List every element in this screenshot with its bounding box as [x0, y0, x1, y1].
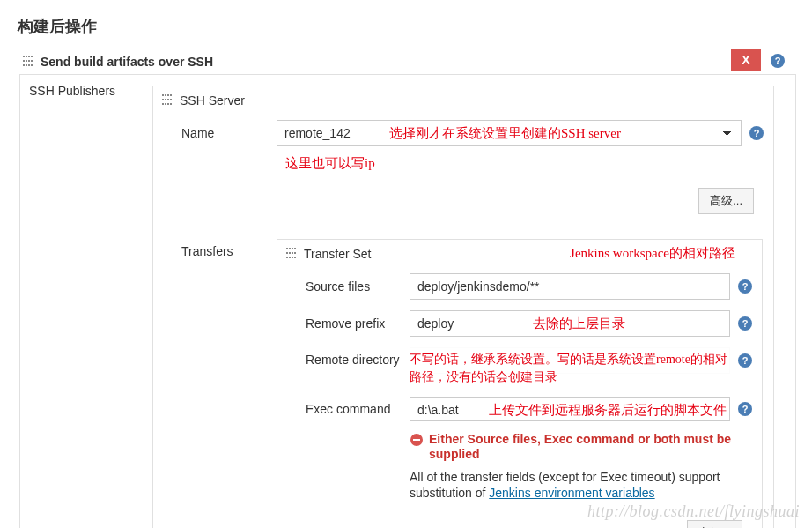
help-icon[interactable]: ? — [737, 279, 753, 294]
ssh-server-select[interactable]: remote_142 — [277, 120, 742, 146]
help-icon[interactable]: ? — [770, 53, 786, 72]
transfer-set-header: Transfer Set Jenkins workspace的相对路径 — [277, 240, 762, 268]
annotation-ip-note: 这里也可以写ip — [277, 155, 375, 172]
remove-prefix-input[interactable] — [410, 310, 730, 337]
help-icon[interactable]: ? — [749, 125, 764, 141]
svg-text:?: ? — [775, 56, 781, 66]
name-label: Name — [153, 126, 277, 140]
page-title: 构建后操作 — [0, 0, 812, 49]
advanced-button[interactable]: 高级... — [687, 520, 742, 528]
help-icon[interactable]: ? — [737, 316, 753, 331]
exec-command-label: Exec command — [277, 402, 410, 416]
watermark: http://blog.csdn.net/flyingshuai — [587, 502, 800, 521]
exec-command-input[interactable]: d:\a.bat — [410, 397, 730, 421]
remote-directory-label: Remote directory — [277, 347, 410, 367]
svg-text:?: ? — [742, 318, 749, 329]
env-vars-link[interactable]: Jenkins environment variables — [489, 486, 654, 500]
annotation-workspace-path: Jenkins workspace的相对路径 — [570, 245, 735, 262]
svg-text:?: ? — [742, 404, 749, 414]
transfers-label: Transfers — [153, 234, 277, 258]
section-header: Send build artifacts over SSH X ? — [16, 49, 796, 74]
annotation-remote-dir: 不写的话，继承系统设置。写的话是系统设置remote的相对路径，没有的话会创建目… — [410, 351, 739, 385]
ssh-publishers-label: SSH Publishers — [20, 75, 152, 103]
advanced-button[interactable]: 高级... — [698, 188, 754, 214]
help-icon[interactable]: ? — [737, 401, 753, 417]
remove-prefix-label: Remove prefix — [277, 316, 410, 331]
drag-handle-icon[interactable] — [162, 94, 173, 107]
source-files-input[interactable] — [410, 273, 730, 300]
help-icon[interactable]: ? — [737, 353, 753, 368]
svg-text:?: ? — [754, 128, 760, 138]
error-icon — [410, 433, 424, 447]
drag-handle-icon[interactable] — [23, 56, 33, 68]
svg-rect-13 — [413, 439, 420, 441]
svg-text:?: ? — [742, 281, 749, 292]
section-title: Send build artifacts over SSH — [41, 55, 213, 69]
drag-handle-icon[interactable] — [286, 248, 297, 260]
validation-error: Either Source files, Exec command or bot… — [277, 427, 762, 465]
svg-text:?: ? — [742, 355, 749, 366]
close-button[interactable]: X — [731, 49, 761, 71]
ssh-server-header: SSH Server — [153, 86, 773, 115]
source-files-label: Source files — [277, 279, 410, 294]
